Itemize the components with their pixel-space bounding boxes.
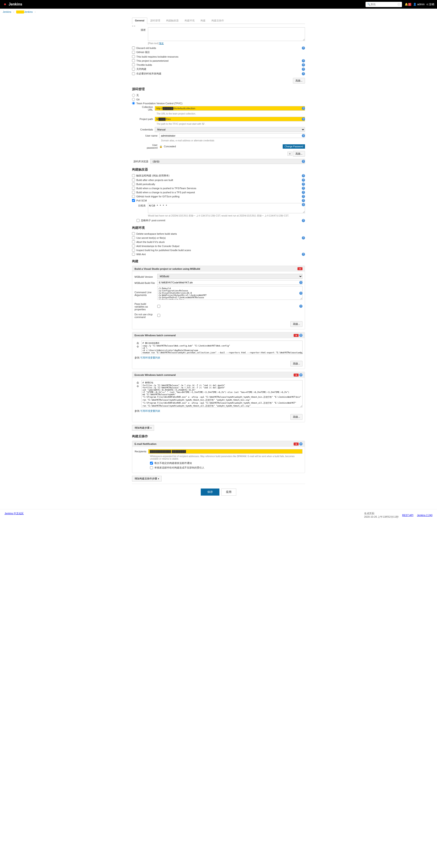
scm-tfvc-radio[interactable] [132,102,135,105]
ignore-hooks-checkbox[interactable] [136,219,139,222]
community-link[interactable]: Jenkins 中文社区 [5,512,24,515]
cmd-args-textarea[interactable]: /t:Rebuild /p:Configuration=Release /p:V… [157,286,303,300]
lockable-checkbox[interactable] [132,55,135,58]
version-link[interactable]: Jenkins 2.243 [417,514,432,517]
help-icon[interactable]: ? [302,195,305,198]
help-icon[interactable]: ? [302,68,305,71]
add-build-step-button[interactable]: 增加构建步骤 [132,425,154,431]
help-icon[interactable]: ? [302,236,305,240]
save-button[interactable]: 保存 [201,489,219,496]
help-icon[interactable]: ? [302,134,305,137]
msbuild-file-input[interactable] [157,280,303,285]
trigger-tfs-pr-checkbox[interactable] [132,191,135,194]
recipients-input[interactable]: ████████████ ████████ [148,449,303,454]
rest-api-link[interactable]: REST API [402,514,413,517]
individuals-checkbox[interactable] [150,466,153,469]
scm-none-radio[interactable] [132,94,135,97]
apply-button[interactable]: 应用 [221,489,236,496]
delete-ws-checkbox[interactable] [132,232,135,235]
delete-step-button[interactable]: x [293,374,299,376]
tab-post[interactable]: 构建后操作 [209,17,227,24]
help-icon[interactable]: ? [302,191,305,194]
msbuild-advanced-button[interactable]: 高级... [290,321,303,327]
help-icon[interactable]: ? [302,107,305,110]
trigger-tfs-push-checkbox[interactable] [132,187,135,190]
scm-advanced-button[interactable]: 高级... [293,151,305,157]
tab-env[interactable]: 构建环境 [182,17,197,24]
help-icon[interactable]: ? [299,442,303,445]
breadcrumb-project[interactable]: ████Jenkins [16,10,33,13]
help-icon[interactable]: ? [302,46,305,50]
env-vars-link[interactable]: 可用环境变量列表 [140,356,160,359]
bell-icon[interactable]: 🔔2 [405,3,411,6]
breadcrumb-root[interactable]: Jenkins [3,10,11,13]
pass-vars-checkbox[interactable] [157,305,160,308]
help-icon[interactable]: ? [302,63,305,66]
tab-build[interactable]: 构建 [197,17,209,24]
timestamps-checkbox[interactable] [132,245,135,247]
reorder-icon[interactable]: ≡ [287,152,292,156]
no-chcp-checkbox[interactable] [157,314,160,317]
logo[interactable]: Jenkins [3,2,22,7]
collection-url-input[interactable]: http://██████/tfs/defaultcollection [155,106,305,111]
batch1-textarea[interactable]: # 接口自动化测试 copy /y "E:\WebYKTRelease\Web.… [141,341,303,354]
discard-old-builds-checkbox[interactable] [132,46,135,50]
trigger-after-checkbox[interactable] [132,179,135,181]
help-icon[interactable]: ? [299,334,303,337]
gradle-checkbox[interactable] [132,249,135,252]
delete-step-button[interactable]: x [293,334,299,337]
project-path-input[interactable]: $/████/Dev [155,117,305,121]
help-icon[interactable]: ? [302,199,305,202]
parameterized-checkbox[interactable] [132,59,135,62]
delete-step-button[interactable]: x [298,267,303,270]
help-icon[interactable]: ? [299,281,303,284]
batch1-advanced-button[interactable]: 高级... [290,361,303,367]
credentials-select[interactable]: Manual [155,127,305,132]
trigger-github-checkbox[interactable] [132,195,135,198]
help-icon[interactable]: ? [302,72,305,75]
help-icon[interactable]: ? [302,253,305,256]
ant-checkbox[interactable] [132,253,135,256]
search-box[interactable]: 🔍 ⓘ [366,2,402,7]
search-help-icon[interactable]: ⓘ [398,3,400,6]
tab-scm[interactable]: 源码管理 [147,17,163,24]
help-icon[interactable]: ? [302,160,305,163]
help-icon[interactable]: ? [302,203,305,206]
help-icon[interactable]: ? [299,373,303,376]
help-icon[interactable]: ? [302,174,305,177]
help-icon[interactable]: ? [302,183,305,186]
batch2-advanced-button[interactable]: 高级... [290,414,303,420]
github-project-checkbox[interactable] [132,51,135,54]
secret-checkbox[interactable] [132,236,135,239]
throttle-checkbox[interactable] [132,63,135,66]
schedule-textarea[interactable]: H/10 * * * * [148,203,305,213]
env-vars-link[interactable]: 可用环境变量列表 [140,409,160,412]
help-icon[interactable]: ? [299,291,303,295]
add-post-action-button[interactable]: 增加构建后操作步骤 [132,476,162,482]
search-input[interactable] [371,3,396,6]
concurrent-checkbox[interactable] [132,72,135,75]
close-build-checkbox[interactable] [132,68,135,70]
trigger-remote-checkbox[interactable] [132,174,135,177]
change-password-button[interactable]: Change Password [283,144,305,149]
scm-git-radio[interactable] [132,98,135,101]
tab-general[interactable]: General [132,18,147,24]
user-link[interactable]: 👤 admin [413,3,425,6]
help-icon[interactable]: ? [302,187,305,190]
trigger-pollscm-checkbox[interactable] [132,199,135,202]
preview-link[interactable]: 预览 [159,42,164,44]
general-advanced-button[interactable]: 高级... [293,78,305,84]
repo-browser-select[interactable]: (自动) [150,159,305,164]
help-icon[interactable]: ? [302,219,305,222]
delete-step-button[interactable]: x [293,442,299,445]
tab-triggers[interactable]: 构建触发器 [163,17,182,24]
logout-link[interactable]: ⎋ 注销 [427,2,434,6]
every-unstable-checkbox[interactable] [150,462,153,465]
description-textarea[interactable] [148,27,305,41]
username-input[interactable] [159,133,305,138]
msbuild-version-select[interactable]: MSBuild [157,274,303,279]
help-icon[interactable]: ? [302,118,305,121]
help-icon[interactable]: ? [299,305,303,308]
trigger-periodic-checkbox[interactable] [132,183,135,186]
help-icon[interactable]: ? [302,59,305,62]
